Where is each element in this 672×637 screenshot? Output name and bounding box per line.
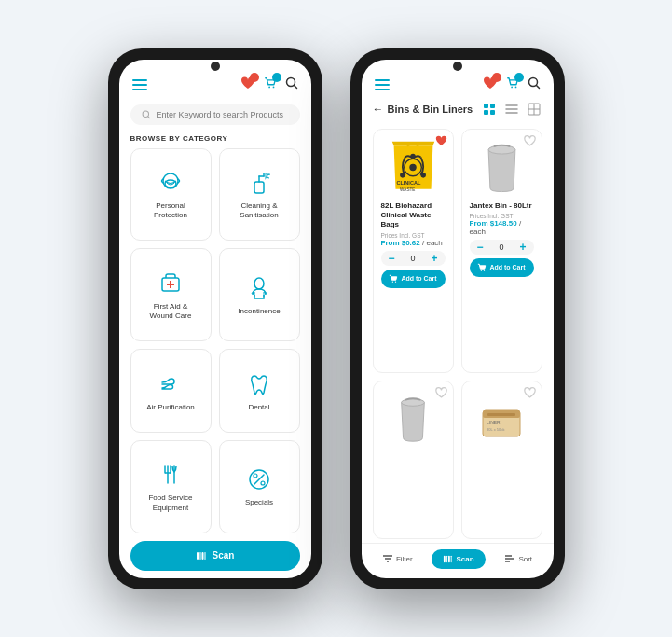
svg-rect-65 [444,555,446,561]
svg-point-53 [481,270,482,270]
qty-decrease-biohazard[interactable]: − [389,253,395,264]
right-phone-notch [453,62,462,71]
right-wishlist-badge [492,73,501,82]
category-grid: PersonalProtection Cleaning &Sani [119,148,311,533]
svg-rect-33 [490,110,495,115]
right-cart-button[interactable] [505,76,520,93]
personal-protection-label: PersonalProtection [154,201,187,221]
product-incl-jantex: Prices Incl. GST [470,213,534,219]
list-view-icon[interactable] [503,101,520,118]
svg-line-8 [267,174,270,175]
svg-point-27 [511,86,513,88]
back-nav[interactable]: ← Bins & Bin Liners [362,101,554,125]
wishlist-button[interactable] [240,76,255,93]
category-specials[interactable]: Specials [219,440,300,533]
back-arrow-icon: ← [373,103,384,116]
add-to-cart-jantex-label: Add to Cart [489,264,525,270]
specials-label: Specials [245,498,273,507]
svg-rect-32 [484,110,488,115]
svg-text:LINER: LINER [487,420,501,425]
right-header-icons [375,79,390,90]
wishlist-heart-small-bin[interactable] [435,387,447,400]
svg-rect-31 [490,104,495,108]
search-icon[interactable] [285,76,298,93]
add-to-cart-biohazard[interactable]: Add to Cart [381,270,446,288]
product-card-biohazard: CLINICAL WASTE 82L Biohazard Clinical Wa… [373,129,454,374]
category-incontinence[interactable]: Incontinence [219,248,300,341]
svg-point-56 [402,399,425,407]
svg-rect-61 [487,413,515,416]
air-icon [156,369,185,399]
qty-increase-jantex[interactable]: + [519,242,526,253]
qty-increase-biohazard[interactable]: + [431,253,437,264]
wishlist-heart-biohazard[interactable] [435,135,447,148]
air-purification-label: Air Purification [146,403,195,412]
firstaid-icon [156,269,185,298]
category-personal-protection[interactable]: PersonalProtection [130,148,212,242]
grid-view-icon[interactable] [481,101,498,118]
search-bar [130,104,300,125]
cart-button[interactable] [263,76,278,93]
svg-rect-23 [197,552,199,560]
right-hamburger[interactable] [375,79,390,90]
right-search-icon[interactable] [528,76,541,93]
product-card-jantex: Jantex Bin - 80Ltr Prices Incl. GST From… [461,129,542,374]
phone-notch [211,62,220,71]
tooth-icon [244,369,274,399]
svg-rect-68 [451,555,452,561]
product-grid: CLINICAL WASTE 82L Biohazard Clinical Wa… [362,125,554,543]
right-phone: ← Bins & Bin Liners [350,48,565,589]
product-price-biohazard: From $0.62 / each [381,239,446,247]
svg-text:CLINICAL: CLINICAL [396,180,421,186]
svg-line-20 [254,475,264,484]
view-icons [481,101,542,118]
qty-value-biohazard: 0 [410,254,415,263]
wishlist-badge [250,73,259,82]
right-scan-button[interactable]: Scan [432,549,485,569]
qty-decrease-jantex[interactable]: − [477,242,484,253]
svg-rect-24 [199,552,200,560]
svg-rect-66 [447,555,448,561]
product-name-jantex: Jantex Bin - 80Ltr [470,201,534,211]
right-wishlist-button[interactable] [483,76,498,93]
percent-icon [244,464,274,494]
left-phone: BROWSE BY CATEGORY PersonalProtection [108,48,322,589]
scan-button[interactable]: Scan [130,541,300,571]
product-name-biohazard: 82L Biohazard Clinical Waste Bags [381,201,446,230]
svg-point-13 [254,278,264,289]
sort-label: Sort [518,555,532,563]
right-screen: ← Bins & Bin Liners [362,60,554,578]
svg-text:80L x 50pk: 80L x 50pk [487,427,504,432]
add-to-cart-biohazard-label: Add to Cart [401,275,436,282]
category-air-purification[interactable]: Air Purification [130,349,212,432]
right-cart-badge [514,73,524,82]
wishlist-heart-liners[interactable] [524,387,536,400]
qty-control-biohazard: − 0 + [381,251,446,266]
table-view-icon[interactable] [526,101,542,118]
hamburger-menu[interactable] [132,79,147,90]
svg-point-0 [268,86,270,88]
filter-button[interactable]: Filter [382,553,413,564]
scan-button-label: Scan [213,550,235,561]
svg-rect-30 [484,104,488,108]
bottom-bar: Filter Scan Sort [362,543,554,578]
search-input[interactable] [157,110,289,119]
category-cleaning[interactable]: Cleaning &Sanitisation [219,148,300,242]
browse-label: BROWSE BY CATEGORY [119,132,311,148]
svg-rect-67 [448,555,450,561]
svg-point-45 [420,173,426,178]
add-to-cart-jantex[interactable]: Add to Cart [470,258,534,277]
dental-label: Dental [248,403,269,412]
search-bar-icon [142,110,151,119]
category-title: Bins & Bin Liners [388,104,473,115]
sort-button[interactable]: Sort [504,553,532,564]
category-food-service[interactable]: Food ServiceEquipment [130,440,212,533]
food-service-label: Food ServiceEquipment [148,493,192,513]
wishlist-heart-jantex[interactable] [524,135,536,148]
category-first-aid[interactable]: First Aid &Wound Care [130,248,212,341]
svg-rect-25 [201,552,203,560]
qty-control-jantex: − 0 + [470,240,534,255]
category-dental[interactable]: Dental [219,349,300,432]
product-card-small-bin [373,381,454,538]
svg-point-1 [272,86,274,88]
